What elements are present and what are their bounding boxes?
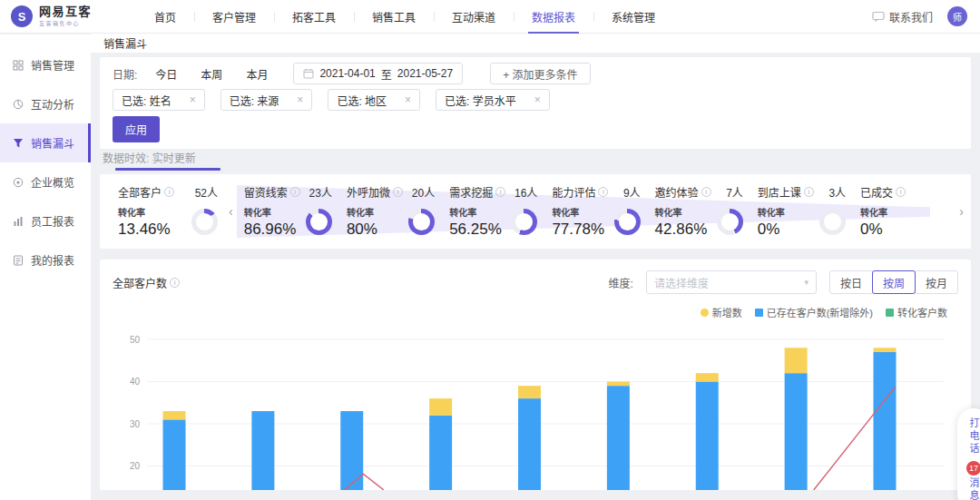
info-icon[interactable]: i: [164, 187, 174, 197]
date-option-this-month[interactable]: 本月: [246, 66, 268, 82]
interaction-analysis-icon: [13, 99, 24, 110]
nav-item-interaction-channels[interactable]: 互动渠道: [434, 0, 514, 33]
conversion-rate-label: 转化率: [244, 205, 297, 219]
nav-item-sales-tools[interactable]: 销售工具: [354, 0, 434, 33]
info-icon[interactable]: i: [290, 187, 300, 197]
messages-button[interactable]: 消息: [966, 477, 980, 500]
nav-item-prospecting-tools[interactable]: 拓客工具: [274, 0, 354, 33]
filter-chip-source[interactable]: 已选: 来源 ×: [220, 89, 313, 111]
legend-item-new-customers[interactable]: 新增数: [701, 305, 742, 319]
conversion-rate-label: 转化率: [552, 205, 604, 219]
conversion-rate-value: 80%: [347, 221, 377, 239]
sidebar-item-label: 销售管理: [31, 57, 74, 73]
sales-management-icon: [13, 60, 24, 71]
legend-marker: [701, 309, 709, 317]
nav-item-system-management[interactable]: 系统管理: [593, 0, 673, 33]
conversion-rate-label: 转化率: [347, 205, 377, 219]
granularity-daily-button[interactable]: 按日: [829, 270, 873, 294]
date-filter-label: 日期:: [113, 66, 137, 82]
chat-bubble-icon: [872, 11, 885, 22]
stage-count: 3人: [825, 184, 846, 200]
granularity-monthly-button[interactable]: 按月: [915, 270, 958, 294]
sidebar-item-my-reports[interactable]: 我的报表: [0, 240, 91, 279]
employee-report-icon: [13, 216, 24, 227]
dimension-select[interactable]: 请选择维度 ▾: [646, 270, 817, 294]
chevron-down-icon: ▾: [804, 278, 808, 287]
info-icon[interactable]: i: [804, 187, 814, 197]
close-icon[interactable]: ×: [534, 93, 541, 106]
info-icon[interactable]: i: [701, 187, 711, 197]
conversion-rate-value: 77.78%: [552, 221, 604, 239]
date-option-today[interactable]: 今日: [155, 66, 177, 82]
donut-chart: [511, 209, 537, 235]
stage-name: 邀约体验: [655, 184, 699, 200]
sidebar: 销售管理 互动分析 销售漏斗 企业概览 员工报表 我的报表: [0, 34, 91, 500]
conversion-rate-value: 56.25%: [449, 221, 502, 239]
svg-text:40: 40: [130, 377, 141, 387]
svg-text:50: 50: [130, 335, 141, 345]
sidebar-item-label: 互动分析: [31, 96, 74, 112]
date-range-picker[interactable]: 2021-04-01 至 2021-05-27: [293, 63, 463, 84]
legend-item-existing-customers[interactable]: 已存在客户数(新增除外): [755, 305, 873, 319]
contact-us-label: 联系我们: [889, 9, 933, 25]
close-icon[interactable]: ×: [190, 93, 196, 106]
user-avatar[interactable]: 师: [947, 6, 967, 26]
logo-icon: S: [11, 5, 33, 27]
apply-button[interactable]: 应用: [113, 116, 160, 142]
funnel-scroll-right-icon[interactable]: ›: [956, 204, 967, 219]
granularity-toggle: 按日 按周 按月: [829, 270, 958, 294]
dimension-label: 维度:: [609, 275, 633, 290]
close-icon[interactable]: ×: [405, 93, 411, 106]
sidebar-item-interaction-analysis[interactable]: 互动分析: [0, 84, 91, 123]
date-option-this-week[interactable]: 本周: [201, 66, 222, 82]
app-logo[interactable]: S 网易互客 互客销售中心: [0, 5, 136, 27]
sidebar-item-sales-funnel[interactable]: 销售漏斗: [0, 123, 91, 162]
sidebar-item-company-overview[interactable]: 企业概览: [0, 162, 91, 201]
nav-item-home[interactable]: 首页: [136, 0, 194, 33]
main-nav: 首页 客户管理 拓客工具 销售工具 互动渠道 数据报表 系统管理: [136, 0, 673, 33]
funnel-stage-leads: 留资线索 i 23人 转化率 86.96%: [237, 184, 339, 239]
nav-item-customer-management[interactable]: 客户管理: [194, 0, 274, 33]
legend-label: 已存在客户数(新增除外): [767, 305, 873, 319]
data-freshness-label: 数据时效: 实时更新: [103, 153, 980, 165]
conversion-rate-value: 0%: [758, 221, 785, 239]
close-icon[interactable]: ×: [297, 93, 303, 106]
funnel-stage-needs-mining: 需求挖掘 i 16人 转化率 56.25%: [442, 184, 544, 239]
info-icon[interactable]: i: [495, 187, 505, 197]
info-icon[interactable]: i: [896, 187, 906, 197]
top-navbar: S 网易互客 互客销售中心 首页 客户管理 拓客工具 销售工具 互动渠道 数据报…: [0, 0, 980, 34]
funnel-stage-invite-experience: 邀约体验 i 7人 转化率 42.86%: [648, 184, 750, 239]
my-report-icon: [13, 255, 24, 266]
page-title: 销售漏斗: [103, 35, 147, 51]
add-more-conditions-button[interactable]: + 添加更多条件: [490, 63, 590, 84]
sidebar-item-label: 员工报表: [31, 213, 74, 229]
filter-chip-label: 已选: 地区: [337, 93, 387, 108]
sidebar-item-employee-reports[interactable]: 员工报表: [0, 201, 91, 240]
nav-item-data-reports[interactable]: 数据报表: [514, 0, 593, 33]
stage-count: 23人: [306, 184, 332, 200]
info-icon[interactable]: i: [170, 278, 180, 288]
info-icon[interactable]: i: [393, 187, 403, 197]
date-range-separator: 至: [381, 66, 392, 82]
filter-chip-student-level[interactable]: 已选: 学员水平 ×: [436, 89, 550, 111]
stage-name: 已成交: [860, 184, 893, 200]
info-icon[interactable]: i: [598, 187, 608, 197]
stage-count: 20人: [408, 184, 435, 200]
filter-chip-label: 已选: 来源: [230, 93, 279, 108]
filter-chip-region[interactable]: 已选: 地区 ×: [328, 89, 420, 111]
page-titlebar: 销售漏斗: [91, 34, 980, 54]
sidebar-item-label: 企业概览: [31, 174, 74, 190]
logo-title: 网易互客: [39, 5, 92, 17]
sidebar-item-sales-management[interactable]: 销售管理: [0, 45, 91, 84]
conversion-rate-label: 转化率: [118, 205, 171, 219]
make-call-button[interactable]: 打电话: [966, 417, 980, 456]
logo-subtitle: 互客销售中心: [39, 19, 92, 27]
donut-chart: [408, 209, 435, 235]
filter-chip-name[interactable]: 已选: 姓名 ×: [113, 89, 205, 111]
legend-item-converted-customers[interactable]: 转化客户数: [886, 305, 947, 319]
contact-us-button[interactable]: 联系我们: [872, 9, 933, 25]
funnel-scroll-left-icon[interactable]: ‹: [225, 204, 237, 219]
stage-count: 16人: [511, 184, 537, 200]
date-range-start: 2021-04-01: [319, 67, 375, 80]
granularity-weekly-button[interactable]: 按周: [872, 270, 916, 294]
